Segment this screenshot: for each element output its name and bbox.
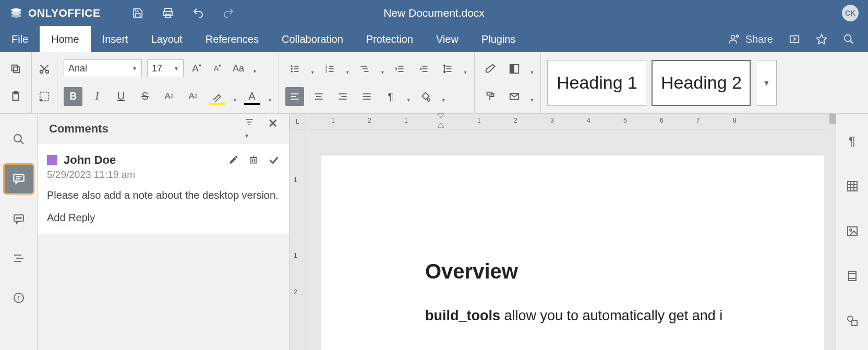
underline-button[interactable]: U <box>112 87 130 106</box>
decrease-font-icon[interactable]: A▾ <box>210 61 225 76</box>
paste-icon[interactable] <box>6 87 25 106</box>
ruler-tick: 1 <box>477 117 481 124</box>
bold-button[interactable]: B <box>64 87 82 106</box>
tab-view[interactable]: View <box>425 26 470 52</box>
svg-rect-96 <box>848 227 857 235</box>
cut-icon[interactable] <box>35 59 54 78</box>
delete-comment-icon[interactable] <box>248 154 259 166</box>
resolve-comment-icon[interactable] <box>268 154 280 166</box>
tab-plugins[interactable]: Plugins <box>470 26 527 52</box>
chevron-down-icon[interactable]: ▼ <box>345 70 350 78</box>
sort-comments-icon[interactable]: ▼ <box>244 117 255 141</box>
save-icon[interactable] <box>131 7 144 19</box>
edit-comment-icon[interactable] <box>228 154 239 166</box>
navigation-icon[interactable] <box>5 244 33 272</box>
svg-text:3: 3 <box>325 69 327 73</box>
share-button[interactable]: Share <box>729 33 773 45</box>
vertical-ruler[interactable]: 1 1 2 <box>290 129 305 350</box>
font-name-combo[interactable]: Arial▼ <box>64 59 142 77</box>
svg-marker-90 <box>438 123 444 127</box>
horizontal-ruler[interactable]: 1 2 1 1 2 3 4 5 6 7 8 <box>305 114 829 129</box>
bullets-icon[interactable] <box>285 59 304 78</box>
undo-icon[interactable] <box>192 7 204 19</box>
svg-rect-76 <box>16 258 23 259</box>
style-heading-1[interactable]: Heading 1 <box>547 60 646 106</box>
feedback-icon[interactable] <box>5 284 33 312</box>
chat-icon[interactable] <box>5 204 33 233</box>
italic-button[interactable]: I <box>88 87 106 106</box>
copy-icon[interactable] <box>6 59 25 78</box>
color-scheme-icon[interactable] <box>505 59 524 78</box>
tab-home[interactable]: Home <box>40 26 90 52</box>
align-right-icon[interactable] <box>333 87 352 106</box>
chevron-down-icon[interactable]: ▼ <box>530 98 535 106</box>
favorite-icon[interactable] <box>816 33 827 45</box>
eraser-icon[interactable] <box>481 59 500 78</box>
superscript-button[interactable]: A2 <box>160 87 178 106</box>
mailmerge-icon[interactable] <box>505 87 524 106</box>
chevron-down-icon[interactable]: ▼ <box>233 98 237 106</box>
decrease-indent-icon[interactable] <box>390 59 409 78</box>
chevron-down-icon[interactable]: ▼ <box>530 70 535 78</box>
chevron-down-icon[interactable]: ▼ <box>268 98 272 106</box>
multilevel-list-icon[interactable] <box>355 59 374 78</box>
align-left-icon[interactable] <box>285 87 304 106</box>
open-location-icon[interactable] <box>789 33 800 45</box>
svg-rect-55 <box>315 99 322 100</box>
change-case-icon[interactable]: Aa <box>231 61 246 76</box>
highlight-color-button[interactable] <box>208 87 226 106</box>
find-icon[interactable] <box>5 125 33 153</box>
tab-references[interactable]: References <box>194 26 270 52</box>
scrollbar-thumb[interactable] <box>829 114 836 124</box>
style-heading-2[interactable]: Heading 2 <box>652 60 751 106</box>
tab-collaboration[interactable]: Collaboration <box>270 26 355 52</box>
shading-icon[interactable] <box>416 87 435 106</box>
redo-icon[interactable] <box>222 7 235 19</box>
chevron-down-icon[interactable]: ▼ <box>310 70 315 78</box>
avatar[interactable]: CK <box>842 5 859 21</box>
select-all-icon[interactable] <box>35 87 54 106</box>
chevron-down-icon[interactable]: ▼ <box>441 98 446 106</box>
add-reply-button[interactable]: Add Reply <box>47 212 95 224</box>
align-center-icon[interactable] <box>309 87 328 106</box>
close-comments-icon[interactable]: ✕ <box>268 117 278 141</box>
document-title: New Document.docx <box>383 7 485 19</box>
paragraph-settings-icon[interactable]: ¶ <box>838 127 866 155</box>
font-size-value: 17 <box>152 63 162 74</box>
title-bar: ONLYOFFICE New Document.docx CK <box>0 0 868 26</box>
doc-heading[interactable]: Overview <box>425 260 793 283</box>
format-painter-icon[interactable] <box>481 87 500 106</box>
subscript-button[interactable]: A2 <box>184 87 202 106</box>
search-icon[interactable] <box>843 33 854 45</box>
header-footer-settings-icon[interactable] <box>838 262 866 290</box>
chevron-down-icon: ▼ <box>174 66 179 71</box>
tab-layout[interactable]: Layout <box>140 26 194 52</box>
numbering-icon[interactable]: 123 <box>320 59 339 78</box>
comments-panel-icon[interactable] <box>5 165 33 193</box>
font-color-button[interactable]: A <box>243 87 261 106</box>
strikethrough-button[interactable]: S <box>136 87 154 106</box>
chevron-down-icon[interactable]: ▼ <box>252 69 257 77</box>
page-viewport[interactable]: Overview build_tools allow you to automa… <box>321 129 824 350</box>
table-settings-icon[interactable] <box>838 172 866 200</box>
tab-file[interactable]: File <box>0 26 40 52</box>
increase-indent-icon[interactable] <box>414 59 433 78</box>
font-size-combo[interactable]: 17▼ <box>147 59 184 77</box>
increase-font-icon[interactable]: A▴ <box>189 61 204 76</box>
chevron-down-icon[interactable]: ▼ <box>463 70 468 78</box>
styles-expand-button[interactable]: ▼ <box>756 60 777 106</box>
pilcrow-icon[interactable]: ¶ <box>381 87 400 106</box>
tab-protection[interactable]: Protection <box>355 26 425 52</box>
align-justify-icon[interactable] <box>357 87 376 106</box>
shape-settings-icon[interactable] <box>838 307 866 335</box>
chevron-down-icon[interactable]: ▼ <box>406 98 411 106</box>
image-settings-icon[interactable] <box>838 217 866 245</box>
chevron-down-icon[interactable]: ▼ <box>380 70 385 78</box>
vertical-scrollbar[interactable] <box>829 114 836 350</box>
doc-paragraph[interactable]: build_tools allow you to automatically g… <box>425 305 793 327</box>
line-spacing-icon[interactable] <box>438 59 457 78</box>
document-page[interactable]: Overview build_tools allow you to automa… <box>321 155 824 350</box>
tab-insert[interactable]: Insert <box>91 26 140 52</box>
indent-marker-icon[interactable] <box>437 113 445 128</box>
print-icon[interactable] <box>162 7 174 19</box>
